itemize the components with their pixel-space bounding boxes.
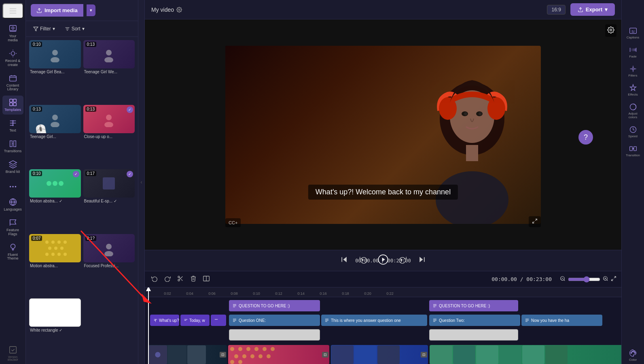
zoom-slider[interactable] (568, 276, 600, 283)
media-item[interactable]: White rectangle ✓ (29, 298, 81, 361)
track-clip-question-one[interactable]: Question ONE: (229, 315, 320, 326)
track-clip-white[interactable] (429, 329, 518, 341)
video-clip[interactable]: ⊡ (148, 345, 227, 364)
video-clip-blue[interactable]: ⊡ (331, 345, 428, 364)
sidebar-item-feature-flags[interactable]: Feature Flags (2, 216, 23, 239)
import-dropdown-button[interactable]: ▾ (87, 4, 95, 16)
sidebar-item-content-library[interactable]: Content Library (2, 71, 23, 94)
svg-point-27 (51, 122, 59, 127)
timeline-toolbar: 00:00.00 / 00:23:00 (145, 271, 621, 287)
preview-settings-button[interactable] (605, 24, 616, 37)
media-label: Teenage Girl Bea... (29, 70, 81, 74)
media-item[interactable]: 0:07 Motion abstra... (29, 234, 81, 296)
sidebar-item-record-create[interactable]: Record & create (2, 47, 23, 70)
media-item[interactable]: 0:13 ✓ Close-up up o... (83, 105, 135, 167)
cut-button[interactable] (176, 274, 185, 285)
media-label: White rectangle ✓ (29, 328, 81, 332)
sidebar-item-ellipsis[interactable] (2, 180, 23, 194)
media-item[interactable]: 0:10 Teenage Girl Bea... (29, 40, 81, 102)
sidebar-item-your-media[interactable]: Your media (2, 22, 23, 45)
skip-to-start-button[interactable] (339, 254, 350, 267)
track-clip-answer-two[interactable]: Now you have the ha (521, 315, 602, 326)
project-name[interactable]: My video (151, 6, 182, 13)
duration-badge: 0:10 (31, 171, 42, 176)
svg-rect-109 (629, 147, 632, 151)
track-clip[interactable]: What's up? (150, 315, 179, 326)
sidebar-item-fluent-theme[interactable]: Fluent Theme (2, 241, 23, 264)
media-label: Motion abstra... (29, 264, 81, 268)
track-clip-white[interactable] (229, 329, 320, 341)
sidebar-item-label: Transitions (4, 149, 22, 153)
sidebar-item-label: Your media (4, 34, 22, 43)
duration-badge: 0:07 (31, 236, 42, 241)
svg-rect-6 (9, 76, 16, 81)
svg-point-30 (47, 181, 51, 186)
sidebar-right-item-speed[interactable]: Speed (624, 123, 642, 140)
track-clip[interactable]: QUESTION TO GO HERE :) (229, 300, 320, 311)
media-label: Teenage Girl... (29, 134, 81, 139)
sidebar-item-templates[interactable]: Templates (2, 96, 23, 115)
media-item[interactable]: 0:10 ✓ Motion abstra... ✓ (29, 169, 81, 232)
sidebar-left: Your media Record & create Content Libra… (0, 0, 26, 364)
media-item[interactable]: 0:1? Focused Professi... (83, 234, 135, 296)
expand-button[interactable] (529, 216, 541, 227)
track-row-white (148, 328, 621, 342)
import-media-button[interactable]: Import media (31, 4, 83, 17)
sidebar-right-item-effects[interactable]: Effects (624, 81, 642, 99)
selected-check: ✓ (127, 171, 133, 177)
svg-point-39 (54, 247, 57, 250)
media-item[interactable]: 0:13 🖱️ Teenage Girl... (29, 105, 81, 167)
aspect-ratio-badge: 16:9 (547, 5, 565, 15)
svg-point-13 (15, 186, 16, 187)
video-clip-pink[interactable]: ⊡ (228, 345, 329, 364)
hamburger-button[interactable] (2, 3, 23, 19)
redo-button[interactable] (163, 274, 172, 285)
video-clip-green[interactable]: ⊡ (430, 345, 621, 364)
track-clip[interactable] (211, 315, 226, 326)
panel-collapse-handle[interactable]: ‹ (138, 0, 145, 364)
sidebar-item-transitions[interactable]: Transitions (2, 137, 23, 156)
sidebar-item-languages[interactable]: Languages (2, 195, 23, 214)
filter-button[interactable]: Filter ▾ (30, 24, 58, 33)
svg-point-59 (610, 29, 612, 31)
zoom-in-button[interactable] (603, 276, 608, 283)
right-sidebar-label: Fade (629, 55, 636, 58)
media-item[interactable]: 0:13 Teenage Girl We... (83, 40, 135, 102)
captions-button[interactable]: CC+ (225, 218, 241, 227)
sidebar-item-text[interactable]: Text (2, 116, 23, 135)
sidebar-right-item-fade[interactable]: Fade (624, 43, 642, 61)
sort-button[interactable]: Sort ▾ (61, 24, 88, 33)
export-button[interactable]: Export ▾ (570, 3, 615, 16)
sidebar-right-item-captions[interactable]: Captions (624, 24, 642, 42)
timeline-playhead[interactable] (148, 287, 149, 364)
undo-button[interactable] (150, 274, 159, 285)
sidebar-right-item-transition[interactable]: Transition (624, 142, 642, 160)
sidebar-right-item-color[interactable]: Color (624, 347, 642, 364)
sidebar-right-item-adjust-colors[interactable]: Adjust colors (624, 100, 642, 121)
ruler-mark: 0:20 (368, 287, 375, 297)
split-button[interactable] (201, 274, 211, 285)
svg-rect-58 (466, 145, 478, 161)
media-item[interactable]: 0:17 ✓ Beautiful E-sp... ✓ (83, 169, 135, 232)
track-clip-question-two[interactable]: Question Two: (429, 315, 520, 326)
track-clip[interactable]: QUESTION TO GO HERE :) (429, 300, 518, 311)
timeline-fullscreen-button[interactable] (611, 276, 616, 283)
track-row-video: ⊡ (148, 344, 621, 364)
ruler-mark: 0:14 (301, 287, 308, 297)
zoom-out-button[interactable] (560, 276, 566, 283)
version-label: Version 85e2b0f (4, 355, 22, 362)
skip-to-end-button[interactable] (416, 254, 428, 267)
selected-check: ✓ (73, 171, 79, 177)
ruler-mark: 0:06 (212, 287, 219, 297)
track-clip[interactable]: Today, w (180, 315, 210, 326)
track-row-questions-top: QUESTION TO GO HERE :) QUESTION TO GO HE… (148, 299, 621, 313)
svg-point-34 (45, 241, 49, 244)
svg-point-37 (64, 241, 67, 244)
svg-rect-10 (13, 103, 16, 106)
track-clip-answer-one[interactable]: This is where you answer question one (321, 315, 427, 326)
delete-button[interactable] (189, 274, 198, 285)
help-button[interactable]: ? (578, 130, 593, 145)
sidebar-item-brand-kit[interactable]: Brand kit (2, 158, 23, 177)
svg-point-106 (632, 68, 634, 70)
sidebar-right-item-filters[interactable]: Filters (624, 62, 642, 80)
